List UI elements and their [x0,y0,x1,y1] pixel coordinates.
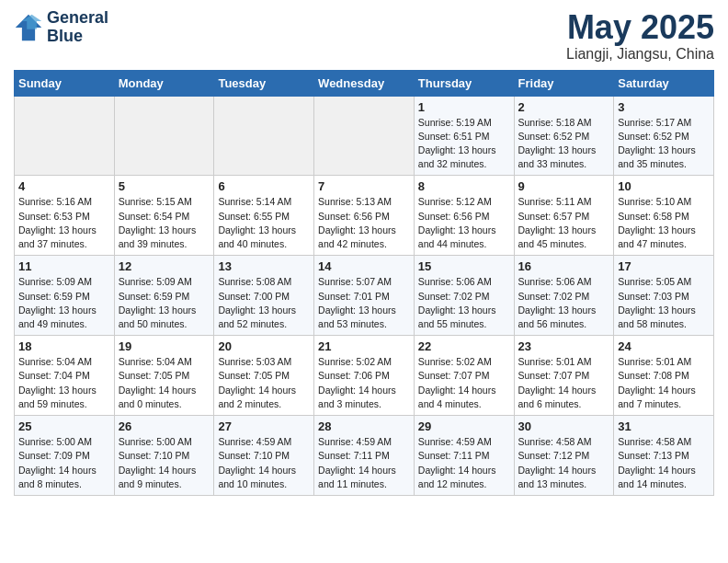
calendar-cell: 18Sunrise: 5:04 AM Sunset: 7:04 PM Dayli… [15,336,115,416]
month-year-title: May 2025 [566,9,714,46]
calendar-cell [314,96,415,176]
day-number: 8 [418,179,510,193]
day-info: Sunrise: 5:04 AM Sunset: 7:04 PM Dayligh… [18,355,110,411]
calendar-cell: 26Sunrise: 5:00 AM Sunset: 7:10 PM Dayli… [114,416,214,496]
day-info: Sunrise: 5:06 AM Sunset: 7:02 PM Dayligh… [418,275,510,331]
calendar-cell [114,96,214,176]
calendar-cell: 14Sunrise: 5:07 AM Sunset: 7:01 PM Dayli… [314,256,415,336]
calendar-cell: 21Sunrise: 5:02 AM Sunset: 7:06 PM Dayli… [314,336,415,416]
weekday-header-friday: Friday [514,70,614,96]
calendar-cell: 5Sunrise: 5:15 AM Sunset: 6:54 PM Daylig… [114,176,214,256]
day-number: 29 [418,419,510,433]
day-info: Sunrise: 4:59 AM Sunset: 7:11 PM Dayligh… [418,435,510,491]
day-info: Sunrise: 5:11 AM Sunset: 6:57 PM Dayligh… [518,195,610,251]
day-info: Sunrise: 5:14 AM Sunset: 6:55 PM Dayligh… [218,195,310,251]
day-info: Sunrise: 5:00 AM Sunset: 7:10 PM Dayligh… [119,435,210,491]
calendar-cell: 20Sunrise: 5:03 AM Sunset: 7:05 PM Dayli… [214,336,314,416]
day-info: Sunrise: 4:59 AM Sunset: 7:10 PM Dayligh… [218,435,310,491]
day-info: Sunrise: 5:19 AM Sunset: 6:51 PM Dayligh… [418,116,510,172]
weekday-header-row: SundayMondayTuesdayWednesdayThursdayFrid… [15,70,714,96]
calendar-cell: 6Sunrise: 5:14 AM Sunset: 6:55 PM Daylig… [214,176,314,256]
day-number: 22 [418,339,510,353]
calendar-cell: 16Sunrise: 5:06 AM Sunset: 7:02 PM Dayli… [514,256,614,336]
day-number: 16 [518,259,610,273]
calendar-cell: 4Sunrise: 5:16 AM Sunset: 6:53 PM Daylig… [15,176,115,256]
calendar-cell: 8Sunrise: 5:12 AM Sunset: 6:56 PM Daylig… [414,176,514,256]
day-info: Sunrise: 5:06 AM Sunset: 7:02 PM Dayligh… [518,275,610,331]
calendar-cell: 23Sunrise: 5:01 AM Sunset: 7:07 PM Dayli… [514,336,614,416]
day-info: Sunrise: 5:07 AM Sunset: 7:01 PM Dayligh… [318,275,410,331]
day-info: Sunrise: 5:05 AM Sunset: 7:03 PM Dayligh… [618,275,710,331]
day-info: Sunrise: 5:03 AM Sunset: 7:05 PM Dayligh… [218,355,310,411]
day-info: Sunrise: 5:13 AM Sunset: 6:56 PM Dayligh… [318,195,410,251]
weekday-header-saturday: Saturday [614,70,714,96]
day-number: 19 [119,339,210,353]
day-number: 1 [418,100,510,114]
day-info: Sunrise: 5:02 AM Sunset: 7:06 PM Dayligh… [318,355,410,411]
calendar-cell: 24Sunrise: 5:01 AM Sunset: 7:08 PM Dayli… [614,336,714,416]
day-number: 23 [518,339,610,353]
day-number: 31 [618,419,710,433]
day-number: 24 [618,339,710,353]
day-number: 10 [618,179,710,193]
day-info: Sunrise: 5:04 AM Sunset: 7:05 PM Dayligh… [119,355,210,411]
day-number: 26 [119,419,210,433]
day-number: 17 [618,259,710,273]
calendar-cell: 9Sunrise: 5:11 AM Sunset: 6:57 PM Daylig… [514,176,614,256]
day-info: Sunrise: 4:58 AM Sunset: 7:13 PM Dayligh… [618,435,710,491]
day-info: Sunrise: 5:12 AM Sunset: 6:56 PM Dayligh… [418,195,510,251]
calendar-cell: 19Sunrise: 5:04 AM Sunset: 7:05 PM Dayli… [114,336,214,416]
day-number: 28 [318,419,410,433]
calendar-cell: 3Sunrise: 5:17 AM Sunset: 6:52 PM Daylig… [614,96,714,176]
weekday-header-tuesday: Tuesday [214,70,314,96]
day-number: 14 [318,259,410,273]
day-info: Sunrise: 5:18 AM Sunset: 6:52 PM Dayligh… [518,116,610,172]
day-info: Sunrise: 5:15 AM Sunset: 6:54 PM Dayligh… [119,195,210,251]
calendar-cell: 13Sunrise: 5:08 AM Sunset: 7:00 PM Dayli… [214,256,314,336]
calendar-cell: 28Sunrise: 4:59 AM Sunset: 7:11 PM Dayli… [314,416,415,496]
day-number: 12 [119,259,210,273]
day-info: Sunrise: 5:01 AM Sunset: 7:07 PM Dayligh… [518,355,610,411]
day-number: 21 [318,339,410,353]
day-info: Sunrise: 5:00 AM Sunset: 7:09 PM Dayligh… [18,435,110,491]
calendar-cell: 31Sunrise: 4:58 AM Sunset: 7:13 PM Dayli… [614,416,714,496]
location-subtitle: Liangji, Jiangsu, China [566,46,714,63]
calendar-week-row: 25Sunrise: 5:00 AM Sunset: 7:09 PM Dayli… [15,416,714,496]
calendar-cell: 11Sunrise: 5:09 AM Sunset: 6:59 PM Dayli… [15,256,115,336]
logo: General Blue [14,9,108,46]
calendar-cell: 29Sunrise: 4:59 AM Sunset: 7:11 PM Dayli… [414,416,514,496]
day-info: Sunrise: 5:17 AM Sunset: 6:52 PM Dayligh… [618,116,710,172]
calendar-cell [214,96,314,176]
calendar-week-row: 1Sunrise: 5:19 AM Sunset: 6:51 PM Daylig… [15,96,714,176]
calendar-week-row: 11Sunrise: 5:09 AM Sunset: 6:59 PM Dayli… [15,256,714,336]
calendar-cell: 12Sunrise: 5:09 AM Sunset: 6:59 PM Dayli… [114,256,214,336]
day-number: 5 [119,179,210,193]
page-header: General Blue May 2025 Liangji, Jiangsu, … [14,9,714,63]
calendar-cell: 10Sunrise: 5:10 AM Sunset: 6:58 PM Dayli… [614,176,714,256]
weekday-header-thursday: Thursday [414,70,514,96]
day-info: Sunrise: 5:08 AM Sunset: 7:00 PM Dayligh… [218,275,310,331]
weekday-header-monday: Monday [114,70,214,96]
day-number: 2 [518,100,610,114]
day-number: 27 [218,419,310,433]
logo-text: General Blue [47,9,108,46]
day-info: Sunrise: 5:09 AM Sunset: 6:59 PM Dayligh… [18,275,110,331]
day-info: Sunrise: 5:09 AM Sunset: 6:59 PM Dayligh… [119,275,210,331]
calendar-cell: 22Sunrise: 5:02 AM Sunset: 7:07 PM Dayli… [414,336,514,416]
day-number: 3 [618,100,710,114]
calendar-cell: 7Sunrise: 5:13 AM Sunset: 6:56 PM Daylig… [314,176,415,256]
day-number: 15 [418,259,510,273]
calendar-table: SundayMondayTuesdayWednesdayThursdayFrid… [14,70,714,496]
calendar-cell: 25Sunrise: 5:00 AM Sunset: 7:09 PM Dayli… [15,416,115,496]
day-number: 30 [518,419,610,433]
day-number: 18 [18,339,110,353]
calendar-cell: 2Sunrise: 5:18 AM Sunset: 6:52 PM Daylig… [514,96,614,176]
calendar-cell: 15Sunrise: 5:06 AM Sunset: 7:02 PM Dayli… [414,256,514,336]
day-info: Sunrise: 5:02 AM Sunset: 7:07 PM Dayligh… [418,355,510,411]
day-number: 20 [218,339,310,353]
day-number: 11 [18,259,110,273]
day-info: Sunrise: 5:16 AM Sunset: 6:53 PM Dayligh… [18,195,110,251]
day-number: 6 [218,179,310,193]
calendar-cell: 17Sunrise: 5:05 AM Sunset: 7:03 PM Dayli… [614,256,714,336]
day-info: Sunrise: 4:59 AM Sunset: 7:11 PM Dayligh… [318,435,410,491]
